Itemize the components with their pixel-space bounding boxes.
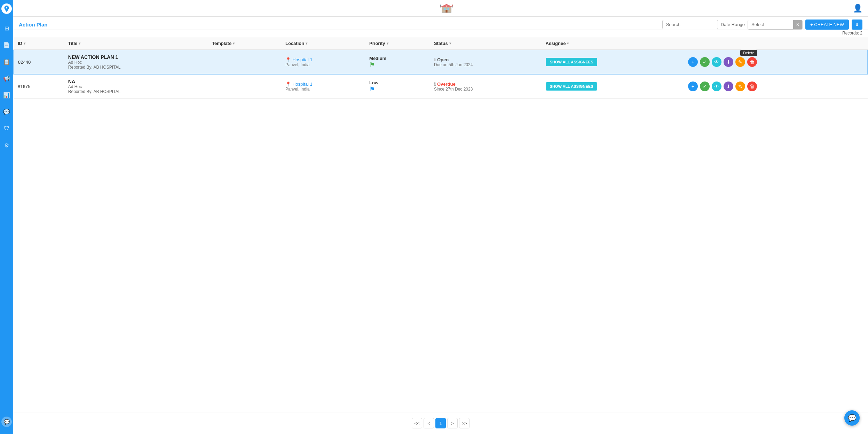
records-count-bar: Records: 2 (13, 30, 868, 37)
cell-location: 📍Hospital 1 Panvel, India (281, 74, 365, 99)
priority-flag-icon: ⚑ (369, 61, 426, 69)
chart-icon[interactable]: 📊 (1, 90, 12, 100)
date-range-select-container: ✕ (748, 20, 803, 30)
priority-label: Medium (369, 56, 426, 61)
cell-id: 81675 (14, 74, 64, 99)
col-header-priority: Priority ▾ (365, 37, 430, 50)
main-content: 👤 Action Plan Date Range ✕ + CREATE NEW … (13, 0, 868, 434)
location-name: Hospital 1 (292, 57, 313, 62)
svg-rect-2 (447, 8, 449, 9)
status-sort-icon[interactable]: ▾ (449, 41, 451, 45)
title-reporter: Reported By: AB HOSPITAL (68, 65, 204, 70)
add-button[interactable]: + (688, 82, 698, 91)
chat-bubble[interactable]: 💬 (844, 410, 860, 426)
delete-tooltip-container: 🗑 Delete (747, 57, 757, 67)
sidebar: ⊞ 📄 📋 📢 📊 💬 🛡 ⚙ 💬 (0, 0, 13, 434)
cell-template (208, 74, 281, 99)
delete-tooltip-container: 🗑 (747, 82, 757, 91)
topnav-center (440, 3, 453, 14)
table-header: ID ▾ Title ▾ Template ▾ (14, 37, 868, 50)
message-icon[interactable]: 💬 (1, 107, 12, 117)
grid-icon[interactable]: ⊞ (1, 23, 12, 33)
pagination-prev[interactable]: < (424, 418, 434, 428)
table-body: 82440 NEW ACTION PLAN 1 Ad Hoc Reported … (14, 50, 868, 99)
gear-icon[interactable]: ⚙ (1, 140, 12, 150)
shield-icon[interactable]: 🛡 (1, 123, 12, 134)
megaphone-icon[interactable]: 📢 (1, 73, 12, 84)
show-all-assignees-button[interactable]: SHOW ALL ASSIGNEES (546, 58, 598, 66)
cell-priority: Low ⚑ (365, 74, 430, 99)
cell-priority: Medium ⚑ (365, 50, 430, 74)
user-avatar-icon[interactable]: 👤 (853, 4, 862, 13)
cell-location: 📍Hospital 1 Panvel, India (281, 50, 365, 74)
cell-actions: + ✓ 👁 ⬇ ✎ 🗑 (684, 74, 868, 99)
document2-icon[interactable]: 📋 (1, 56, 12, 67)
status-label: ℹOpen (434, 57, 537, 62)
sidebar-chat-icon[interactable]: 💬 (1, 417, 12, 427)
action-buttons-group: + ✓ 👁 ⬇ ✎ 🗑 (688, 82, 863, 91)
hospital-logo (440, 3, 453, 14)
title-sort-icon[interactable]: ▾ (79, 41, 80, 45)
id-value: 81675 (18, 84, 30, 89)
add-button[interactable]: + (688, 57, 698, 67)
title-type: Ad Hoc (68, 60, 204, 65)
document-icon[interactable]: 📄 (1, 40, 12, 50)
col-header-location: Location ▾ (281, 37, 365, 50)
download-button[interactable]: ⬇ (724, 57, 733, 67)
pagination-current[interactable]: 1 (435, 418, 446, 428)
date-range-select-input[interactable] (748, 20, 793, 29)
template-sort-icon[interactable]: ▾ (233, 41, 235, 45)
location-sub: Panvel, India (285, 62, 361, 67)
svg-rect-3 (445, 10, 447, 13)
action-buttons-group: + ✓ 👁 ⬇ ✎ 🗑 Delete (688, 57, 863, 67)
page-title-tab[interactable]: Action Plan (19, 22, 48, 28)
svg-marker-9 (441, 5, 442, 6)
priority-label: Low (369, 80, 426, 85)
svg-rect-8 (440, 5, 441, 7)
priority-flag-icon: ⚑ (369, 85, 426, 93)
select-clear-button[interactable]: ✕ (793, 20, 802, 29)
location-pin-icon: 📍 (285, 57, 291, 62)
pagination-first[interactable]: << (412, 418, 422, 428)
col-header-assignee: Assignee ▾ (542, 37, 684, 50)
svg-rect-1 (444, 8, 445, 9)
delete-button[interactable]: 🗑 (747, 82, 757, 91)
date-range-label: Date Range (721, 22, 745, 27)
edit-button[interactable]: ✎ (735, 57, 745, 67)
cell-assignee: SHOW ALL ASSIGNEES (542, 74, 684, 99)
view-button[interactable]: 👁 (712, 57, 721, 67)
sidebar-logo (1, 3, 12, 14)
location-pin-icon: 📍 (285, 82, 291, 87)
table-container: ID ▾ Title ▾ Template ▾ (13, 37, 868, 412)
pagination-last[interactable]: >> (459, 418, 469, 428)
check-button[interactable]: ✓ (700, 82, 710, 91)
download-button[interactable]: ⬇ (724, 82, 733, 91)
show-all-assignees-button[interactable]: SHOW ALL ASSIGNEES (546, 82, 598, 91)
check-button[interactable]: ✓ (700, 57, 710, 67)
id-sort-icon[interactable]: ▾ (24, 41, 25, 45)
cell-title: NEW ACTION PLAN 1 Ad Hoc Reported By: AB… (64, 50, 208, 74)
assignee-sort-icon[interactable]: ▾ (567, 41, 569, 45)
pagination-next[interactable]: > (447, 418, 458, 428)
cell-assignee: SHOW ALL ASSIGNEES (542, 50, 684, 74)
col-header-template: Template ▾ (208, 37, 281, 50)
cell-actions: + ✓ 👁 ⬇ ✎ 🗑 Delete (684, 50, 868, 74)
status-info-icon: ℹ (434, 57, 436, 62)
export-download-button[interactable]: ⬇ (852, 20, 862, 30)
table-row: 81675 NA Ad Hoc Reported By: AB HOSPITAL… (14, 74, 868, 99)
status-info-icon: ℹ (434, 82, 436, 87)
col-header-status: Status ▾ (430, 37, 542, 50)
action-plan-table: ID ▾ Title ▾ Template ▾ (13, 37, 868, 99)
search-input[interactable] (662, 20, 718, 29)
create-new-button[interactable]: + CREATE NEW (805, 20, 849, 30)
svg-marker-11 (451, 5, 452, 6)
priority-sort-icon[interactable]: ▾ (387, 41, 388, 45)
edit-button[interactable]: ✎ (735, 82, 745, 91)
view-button[interactable]: 👁 (712, 82, 721, 91)
pagination: << < 1 > >> (13, 412, 868, 434)
location-sort-icon[interactable]: ▾ (306, 41, 307, 45)
col-header-actions (684, 37, 868, 50)
cell-status: ℹOpen Due on 5th Jan 2024 (430, 50, 542, 74)
delete-button[interactable]: 🗑 (747, 57, 757, 67)
header-actions: Date Range ✕ + CREATE NEW ⬇ (662, 20, 862, 30)
